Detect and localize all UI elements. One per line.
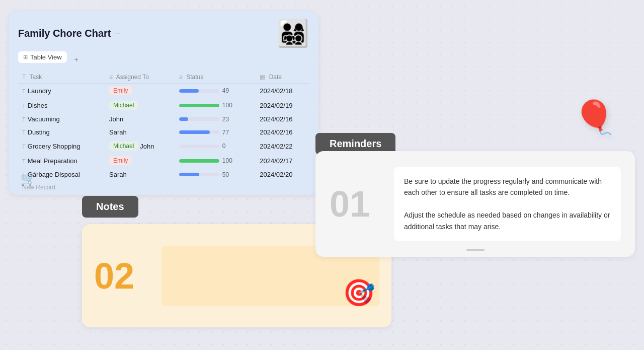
date-col-icon: ▦ [260,74,265,81]
assigned-cell: MichaelJohn [105,139,175,154]
chore-card-header: Family Chore Chart ··· 👨‍👩‍👧‍👦 [18,20,309,46]
assigned-badge: Michael [109,142,138,151]
assigned-col-icon: ≡ [109,74,113,81]
assigned-cell: Sarah [105,168,175,181]
assigned-badge: John [140,143,154,150]
task-type-icon: T [22,116,26,122]
date-cell: 2024/02/16 [256,126,309,139]
assigned-cell: Emily [105,154,175,168]
assigned-badge: Emily [109,86,132,95]
shopping-cart-icon: 🛒 [20,171,36,187]
col-date: ▦ Date [256,71,309,84]
table-icon: ⊞ [23,54,28,60]
balloon-icon: 🎈 [571,95,619,141]
progress-bar-bg [179,117,219,121]
target-icon: 🎯 [343,277,375,308]
date-cell: 2024/02/18 [256,84,309,98]
reminders-card: 01 Be sure to update the progress regula… [315,151,635,257]
progress-num: 23 [222,116,232,123]
chore-title-row: Family Chore Chart ··· [18,28,121,39]
status-cell: 49 [175,84,256,98]
table-view-label: Table View [30,53,62,61]
new-record-btn[interactable]: New Record [18,181,309,194]
progress-num: 100 [222,157,232,164]
multi-badge: MichaelJohn [109,142,171,151]
progress-wrap: 77 [179,129,252,136]
task-type-icon: T [22,129,26,135]
assigned-badge: Emily [109,156,132,165]
assigned-cell: Sarah [105,126,175,139]
progress-bar-bg [179,130,219,134]
notes-number: 02 [94,255,149,297]
table-row: TDustingSarah772024/02/16 [18,126,309,139]
status-cell: 23 [175,113,256,126]
progress-wrap: 23 [179,116,252,123]
task-type-icon: T [22,144,26,150]
task-cell: TGrocery Shopping [18,139,105,154]
table-row: TGrocery ShoppingMichaelJohn02024/02/22 [18,139,309,154]
progress-num: 50 [222,171,232,178]
task-type-icon: T [22,103,26,109]
progress-bar-fill [179,173,199,176]
progress-bar-bg [179,145,219,148]
table-row: TMeal PreparationEmily1002024/02/17 [18,154,309,168]
table-row: TLaundryEmily492024/02/18 [18,84,309,98]
task-cell: TLaundry [18,84,105,98]
col-assigned: ≡ Assigned To [105,71,175,84]
table-row: TVacuumingJohn232024/02/16 [18,113,309,126]
date-cell: 2024/02/22 [256,139,309,154]
date-cell: 2024/02/17 [256,154,309,168]
status-cell: 50 [175,168,256,181]
assigned-badge: Michael [109,101,138,110]
progress-num: 0 [222,143,232,150]
table-row: TDishesMichael1002024/02/19 [18,98,309,113]
progress-num: 49 [222,87,232,94]
progress-bar-fill [179,130,210,134]
date-cell: 2024/02/19 [256,98,309,113]
add-view-btn[interactable]: + [71,54,82,65]
task-cell: TVacuuming [18,113,105,126]
status-cell: 100 [175,154,256,168]
task-cell: TDusting [18,126,105,139]
progress-num: 100 [222,102,232,109]
task-col-icon: T [22,74,26,81]
assigned-cell: Emily [105,84,175,98]
progress-num: 77 [222,129,232,136]
progress-bar-bg [179,89,219,93]
progress-bar-bg [179,173,219,176]
chore-title: Family Chore Chart [18,28,111,39]
assigned-cell: John [105,113,175,126]
status-cell: 100 [175,98,256,113]
reminders-text-line2: Adjust the schedule as needed based on c… [404,209,611,232]
progress-wrap: 49 [179,87,252,94]
status-cell: 0 [175,139,256,154]
progress-bar-bg [179,104,219,107]
progress-wrap: 50 [179,171,252,178]
table-view-tab[interactable]: ⊞ Table View [18,51,67,63]
status-cell: 77 [175,126,256,139]
chore-table: T Task ≡ Assigned To ≡ Status ▦ Date TLa… [18,71,309,181]
family-emoji: 👨‍👩‍👧‍👦 [277,20,309,46]
date-cell: 2024/02/16 [256,113,309,126]
progress-bar-fill [179,159,219,163]
task-cell: TDishes [18,98,105,113]
chore-chart-card: Family Chore Chart ··· 👨‍👩‍👧‍👦 ⊞ Table V… [9,11,318,195]
col-status: ≡ Status [175,71,256,84]
progress-bar-fill [179,117,188,121]
scroll-stub [466,249,485,251]
notes-label[interactable]: Notes [82,196,138,218]
task-type-icon: T [22,88,26,94]
progress-wrap: 100 [179,102,252,109]
progress-bar-bg [179,159,219,163]
task-cell: TMeal Preparation [18,154,105,168]
assigned-cell: Michael [105,98,175,113]
progress-wrap: 100 [179,157,252,164]
reminders-text-line1: Be sure to update the progress regularly… [404,176,611,198]
table-header-row: T Task ≡ Assigned To ≡ Status ▦ Date [18,71,309,84]
chore-more-btn[interactable]: ··· [115,29,121,37]
date-cell: 2024/02/20 [256,168,309,181]
progress-wrap: 0 [179,143,252,150]
col-task: T Task [18,71,105,84]
task-type-icon: T [22,158,26,164]
progress-bar-fill [179,89,199,93]
